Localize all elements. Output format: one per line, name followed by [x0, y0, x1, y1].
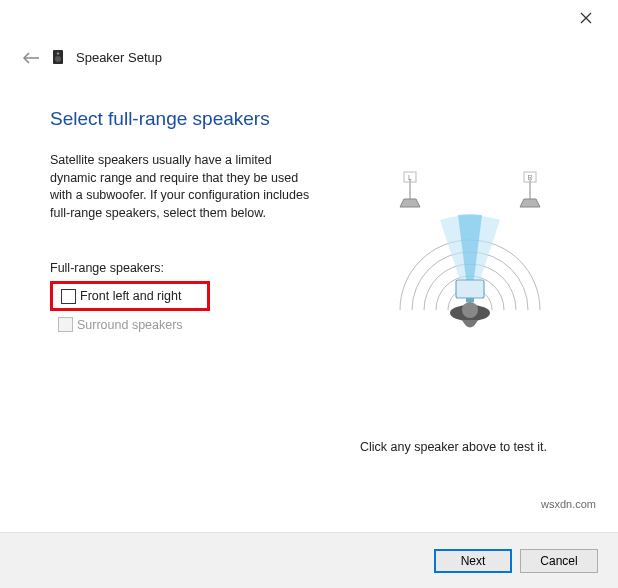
front-speakers-checkbox[interactable] [61, 289, 76, 304]
button-bar: Next Cancel [0, 532, 618, 588]
svg-point-5 [57, 52, 60, 55]
back-button[interactable] [22, 51, 40, 68]
svg-point-17 [462, 302, 478, 318]
svg-marker-7 [400, 199, 420, 207]
speaker-test-diagram[interactable]: L R [370, 155, 570, 355]
svg-text:L: L [408, 174, 412, 181]
description-text: Satellite speakers usually have a limite… [50, 152, 310, 222]
window-title: Speaker Setup [76, 50, 162, 65]
watermark: wsxdn.com [541, 498, 596, 510]
svg-rect-14 [456, 280, 484, 298]
front-speakers-label: Front left and right [80, 289, 181, 303]
svg-point-4 [55, 56, 61, 62]
surround-speakers-option: Surround speakers [58, 317, 183, 332]
surround-speakers-checkbox [58, 317, 73, 332]
close-button[interactable] [580, 12, 596, 28]
options-label: Full-range speakers: [50, 261, 164, 275]
front-speakers-option[interactable]: Front left and right [50, 281, 210, 311]
close-icon [580, 12, 592, 24]
cancel-button[interactable]: Cancel [520, 549, 598, 573]
svg-text:R: R [527, 174, 532, 181]
surround-speakers-label: Surround speakers [77, 318, 183, 332]
test-hint: Click any speaker above to test it. [360, 440, 547, 454]
svg-marker-11 [520, 199, 540, 207]
next-button[interactable]: Next [434, 549, 512, 573]
svg-rect-15 [466, 298, 474, 302]
back-arrow-icon [22, 51, 40, 65]
page-heading: Select full-range speakers [50, 108, 270, 130]
speaker-icon [50, 48, 68, 66]
left-speaker[interactable]: L [400, 172, 420, 207]
right-speaker[interactable]: R [520, 172, 540, 207]
